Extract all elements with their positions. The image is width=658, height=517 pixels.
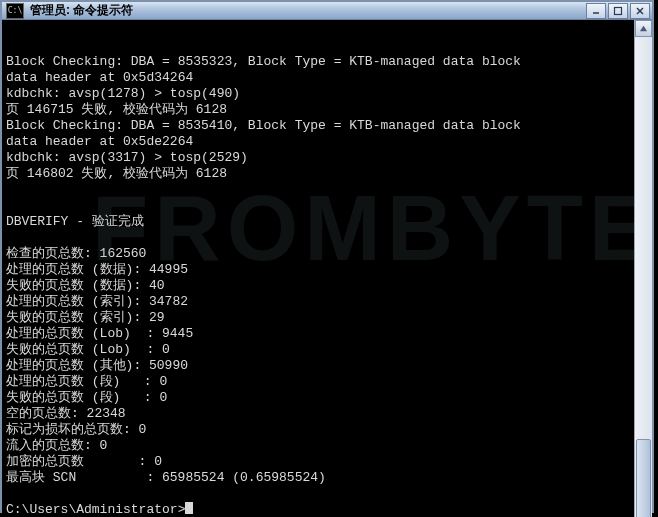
svg-rect-1 xyxy=(615,7,622,14)
close-button[interactable] xyxy=(630,3,650,19)
command-prompt-window: C:\ 管理员: 命令提示符 FROMBYTE® Block Checking:… xyxy=(0,0,654,513)
scrollbar-thumb[interactable] xyxy=(636,439,651,517)
terminal-output[interactable]: FROMBYTE® Block Checking: DBA = 8535323,… xyxy=(2,20,634,517)
output-line: 标记为损坏的总页数: 0 xyxy=(6,422,146,437)
vertical-scrollbar[interactable] xyxy=(634,20,652,517)
output-line: data header at 0x5d34264 xyxy=(6,70,193,85)
output-line: 加密的总页数 : 0 xyxy=(6,454,162,469)
prompt-line: C:\Users\Administrator> xyxy=(6,502,185,517)
output-line: 处理的页总数 (数据): 44995 xyxy=(6,262,188,277)
client-area: FROMBYTE® Block Checking: DBA = 8535323,… xyxy=(2,20,652,517)
output-line: Block Checking: DBA = 8535323, Block Typ… xyxy=(6,54,521,69)
output-line: 最高块 SCN : 65985524 (0.65985524) xyxy=(6,470,326,485)
output-line: 流入的页总数: 0 xyxy=(6,438,107,453)
output-line: 页 146715 失败, 校验代码为 6128 xyxy=(6,102,227,117)
scroll-up-button[interactable] xyxy=(635,20,652,37)
output-line: kdbchk: avsp(3317) > tosp(2529) xyxy=(6,150,248,165)
window-controls xyxy=(584,3,652,19)
output-line: 处理的总页数 (段) : 0 xyxy=(6,374,167,389)
output-line: 处理的页总数 (索引): 34782 xyxy=(6,294,188,309)
watermark: FROMBYTE® xyxy=(92,220,634,236)
output-line: 空的页总数: 22348 xyxy=(6,406,126,421)
output-line: 检查的页总数: 162560 xyxy=(6,246,146,261)
output-line: kdbchk: avsp(1278) > tosp(490) xyxy=(6,86,240,101)
output-line: 失败的页总数 (数据): 40 xyxy=(6,278,165,293)
scrollbar-track[interactable] xyxy=(635,37,652,517)
app-icon: C:\ xyxy=(6,3,24,19)
output-line: 处理的页总数 (其他): 50990 xyxy=(6,358,188,373)
svg-marker-4 xyxy=(640,26,647,31)
output-line: 页 146802 失败, 校验代码为 6128 xyxy=(6,166,227,181)
output-line: DBVERIFY - 验证完成 xyxy=(6,214,144,229)
maximize-button[interactable] xyxy=(608,3,628,19)
window-title: 管理员: 命令提示符 xyxy=(28,2,584,19)
output-line: 失败的总页数 (段) : 0 xyxy=(6,390,167,405)
output-line: Block Checking: DBA = 8535410, Block Typ… xyxy=(6,118,521,133)
minimize-button[interactable] xyxy=(586,3,606,19)
output-line: 失败的总页数 (Lob) : 0 xyxy=(6,342,170,357)
cursor xyxy=(185,502,193,514)
output-line: data header at 0x5de2264 xyxy=(6,134,193,149)
output-line: 失败的页总数 (索引): 29 xyxy=(6,310,165,325)
titlebar[interactable]: C:\ 管理员: 命令提示符 xyxy=(2,2,652,20)
output-line: 处理的总页数 (Lob) : 9445 xyxy=(6,326,193,341)
watermark-text: FROMBYTE xyxy=(92,220,634,236)
